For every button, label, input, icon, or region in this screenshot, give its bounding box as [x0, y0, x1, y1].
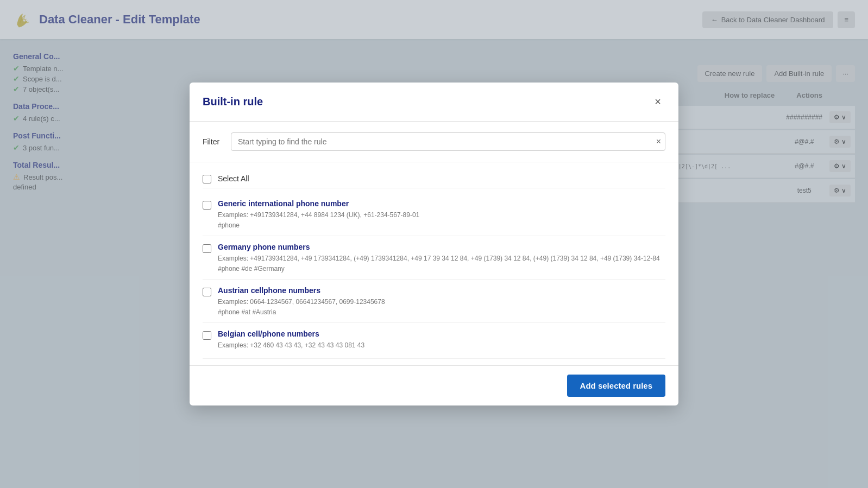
- modal-title: Built-in rule: [203, 96, 263, 108]
- rule-content-3: Belgian cell/phone numbers Examples: +32…: [218, 329, 665, 352]
- modal-close-button[interactable]: ×: [650, 93, 665, 110]
- rule-checkbox-3[interactable]: [203, 331, 211, 340]
- rule-name-2: Austrian cellphone numbers: [218, 286, 665, 295]
- rule-examples-2: Examples: 0664-1234567, 06641234567, 069…: [218, 297, 665, 307]
- modal-body: Select All Generic international phone n…: [190, 162, 678, 365]
- rule-checkbox-2[interactable]: [203, 288, 211, 296]
- rule-name-3: Belgian cell/phone numbers: [218, 329, 665, 338]
- select-all-row: Select All: [203, 169, 665, 188]
- modal-footer: Add selected rules: [190, 365, 678, 405]
- rule-examples-0: Examples: +491739341284, +44 8984 1234 (…: [218, 210, 665, 220]
- filter-label: Filter: [203, 137, 224, 146]
- select-all-label: Select All: [218, 174, 249, 183]
- rule-item-0: Generic international phone number Examp…: [203, 193, 665, 236]
- modal-overlay: Built-in rule × Filter × Select All Gene…: [0, 0, 868, 488]
- rule-content-2: Austrian cellphone numbers Examples: 066…: [218, 286, 665, 316]
- rule-checkbox-1[interactable]: [203, 244, 211, 253]
- rule-item-1: Germany phone numbers Examples: +4917393…: [203, 236, 665, 280]
- modal-header: Built-in rule ×: [190, 83, 678, 122]
- rule-examples-3: Examples: +32 460 43 43 43, +32 43 43 43…: [218, 340, 665, 350]
- filter-input[interactable]: [231, 132, 665, 151]
- rule-name-1: Germany phone numbers: [218, 243, 665, 251]
- rule-examples-1: Examples: +491739341284, +49 1739341284,…: [218, 253, 665, 263]
- rule-item-2: Austrian cellphone numbers Examples: 066…: [203, 280, 665, 323]
- rule-content-1: Germany phone numbers Examples: +4917393…: [218, 243, 665, 272]
- filter-input-wrapper: ×: [231, 132, 665, 151]
- add-selected-rules-button[interactable]: Add selected rules: [567, 375, 665, 397]
- rule-name-0: Generic international phone number: [218, 199, 665, 208]
- rule-checkbox-0[interactable]: [203, 201, 211, 210]
- select-all-checkbox[interactable]: [203, 175, 211, 183]
- filter-clear-button[interactable]: ×: [656, 137, 661, 147]
- rule-tags-1: #phone #de #Germany: [218, 265, 665, 272]
- builtin-rule-modal: Built-in rule × Filter × Select All Gene…: [190, 83, 678, 405]
- rule-item-3: Belgian cell/phone numbers Examples: +32…: [203, 323, 665, 359]
- rule-tags-2: #phone #at #Austria: [218, 308, 665, 316]
- rule-tags-0: #phone: [218, 221, 665, 229]
- filter-area: Filter ×: [190, 122, 678, 162]
- rule-content-0: Generic international phone number Examp…: [218, 199, 665, 229]
